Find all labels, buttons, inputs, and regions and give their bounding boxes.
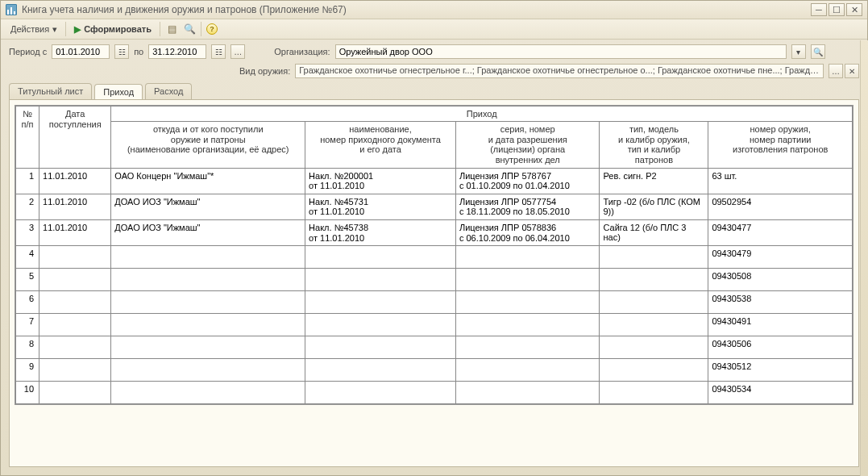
table-row[interactable]: 1009430534	[16, 382, 853, 404]
table-cell: 09430508	[708, 269, 853, 291]
kind-label: Вид оружия:	[239, 66, 290, 76]
tab-title-page[interactable]: Титульный лист	[9, 83, 92, 99]
table-row[interactable]: 311.01.2010ДОАО ИОЗ "Ижмаш"Накл. №45738о…	[16, 220, 853, 246]
help-icon[interactable]: ?	[206, 23, 218, 35]
table-row[interactable]: 609430538	[16, 291, 853, 314]
table-cell: 09430538	[708, 291, 853, 314]
org-input[interactable]	[335, 44, 787, 59]
table-cell	[39, 269, 111, 291]
table-row[interactable]: 111.01.2010ОАО Концерн "Ижмаш"*Накл. №20…	[16, 168, 853, 194]
table-cell	[600, 336, 708, 359]
kind-input[interactable]: Гражданское охотничье огнестрельное г...…	[295, 64, 824, 78]
table-row[interactable]: 809430506	[16, 336, 853, 359]
document-icon[interactable]: ▤	[165, 23, 178, 35]
table-row[interactable]: 409430479	[16, 246, 853, 269]
table-cell	[39, 336, 111, 359]
period-picker-button[interactable]: …	[230, 44, 245, 59]
period-label: Период с	[9, 47, 47, 56]
table-cell: 10	[16, 382, 39, 404]
kind-clear-button[interactable]: ✕	[845, 64, 859, 78]
table-cell	[600, 291, 708, 314]
table-cell	[600, 269, 708, 291]
tab-income[interactable]: Приход	[94, 84, 143, 100]
search-icon[interactable]: 🔍	[183, 23, 196, 35]
filters-panel: Период с ☷ по ☷ … Организация: ▾ 🔍 Вид о…	[1, 40, 867, 80]
table-cell: ДОАО ИОЗ "Ижмаш"	[111, 194, 305, 219]
table-cell: 11.01.2010	[39, 194, 111, 219]
table-cell: 3	[16, 220, 39, 246]
play-icon: ▶	[74, 24, 81, 35]
table-cell	[111, 291, 305, 314]
table-cell: Лицензия ЛПР 0577754с 18.11.2009 по 18.0…	[455, 194, 600, 219]
table-cell: 6	[16, 291, 39, 314]
table-cell: 11.01.2010	[39, 220, 111, 246]
table-cell	[305, 359, 456, 382]
table-cell	[111, 359, 305, 382]
table-cell: 4	[16, 246, 39, 269]
calendar-from-icon[interactable]: ☷	[114, 44, 129, 59]
report-window: Книга учета наличия и движения оружия и …	[0, 0, 868, 476]
toolbar-divider	[160, 22, 160, 36]
table-cell: 09430491	[708, 314, 853, 336]
table-cell: Сайга 12 (б/о ПЛС 3 нас)	[600, 220, 708, 246]
maximize-button[interactable]: ☐	[829, 3, 845, 16]
table-row[interactable]: 709430491	[16, 314, 853, 336]
table-cell: 5	[16, 269, 39, 291]
table-row[interactable]: 211.01.2010ДОАО ИОЗ "Ижмаш"Накл. №45731о…	[16, 194, 853, 219]
form-button[interactable]: ▶ Сформировать	[71, 23, 155, 36]
table-cell	[305, 382, 456, 404]
date-to-input[interactable]	[148, 44, 206, 59]
table-cell: 1	[16, 168, 39, 194]
actions-menu[interactable]: Действия ▾	[7, 23, 60, 36]
table-cell: 8	[16, 336, 39, 359]
table-cell	[39, 291, 111, 314]
table-cell	[455, 359, 600, 382]
table-cell: 09502954	[708, 194, 853, 219]
table-row[interactable]: 909430512	[16, 359, 853, 382]
table-cell: 9	[16, 359, 39, 382]
table-cell	[455, 382, 600, 404]
table-cell	[39, 382, 111, 404]
org-search-icon[interactable]: 🔍	[811, 44, 825, 59]
toolbar: Действия ▾ ▶ Сформировать ▤ 🔍 ?	[1, 19, 867, 40]
table-cell	[39, 359, 111, 382]
table-cell: Лицензия ЛПР 0578836с 06.10.2009 по 06.0…	[455, 220, 600, 246]
table-cell	[600, 382, 708, 404]
date-from-input[interactable]	[52, 44, 110, 59]
th-lic: серия, номери дата разрешения(лицензии) …	[455, 122, 600, 169]
table-cell	[305, 246, 456, 269]
period-to-label: по	[134, 47, 143, 56]
table-cell: ОАО Концерн "Ижмаш"*	[111, 168, 305, 194]
table-cell	[600, 359, 708, 382]
th-weap: номер оружия,номер партиииизготовления п…	[708, 122, 853, 169]
close-button[interactable]: ✕	[846, 3, 862, 16]
table-cell	[305, 336, 456, 359]
data-table-wrap: №п/п Датапоступления Приход откуда и от …	[15, 105, 853, 405]
table-cell: Рев. сигн. Р2	[600, 168, 708, 194]
table-cell: 09430506	[708, 336, 853, 359]
table-cell: Накл. №200001от 11.01.2010	[305, 168, 456, 194]
table-row[interactable]: 509430508	[16, 269, 853, 291]
calendar-to-icon[interactable]: ☷	[211, 44, 226, 59]
table-cell	[600, 314, 708, 336]
table-cell: 09430512	[708, 359, 853, 382]
th-date: Датапоступления	[39, 106, 111, 169]
kind-ellipsis-button[interactable]: …	[829, 64, 843, 78]
table-cell: 63 шт.	[708, 168, 853, 194]
table-cell: 09430477	[708, 220, 853, 246]
table-cell: ДОАО ИОЗ "Ижмаш"	[111, 220, 305, 246]
minimize-button[interactable]: ─	[811, 3, 827, 16]
org-dropdown-icon[interactable]: ▾	[791, 44, 806, 59]
th-doc: наименование,номер приходного документаи…	[305, 122, 456, 169]
table-cell	[111, 246, 305, 269]
window-title: Книга учета наличия и движения оружия и …	[22, 4, 347, 15]
data-table: №п/п Датапоступления Приход откуда и от …	[15, 106, 853, 404]
tab-expense[interactable]: Расход	[145, 83, 192, 99]
org-label: Организация:	[274, 47, 330, 56]
table-cell	[111, 269, 305, 291]
chevron-down-icon: ▾	[52, 24, 57, 35]
right-scrollbar[interactable]	[860, 40, 868, 476]
table-cell: Накл. №45738от 11.01.2010	[305, 220, 456, 246]
table-cell	[455, 314, 600, 336]
table-cell	[455, 291, 600, 314]
